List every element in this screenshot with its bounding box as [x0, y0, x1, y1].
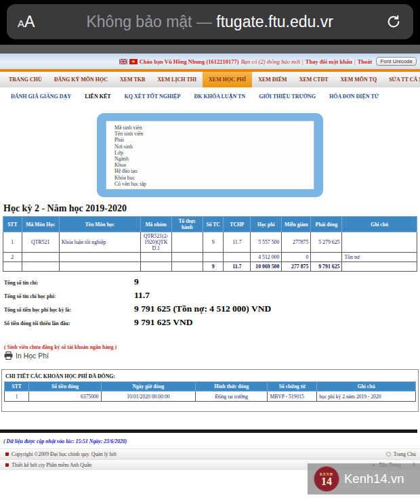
label-khoa: Khoa	[114, 162, 314, 168]
copyright-text: Copyright ©2009 Đại học chính quy. Quản …	[12, 451, 117, 457]
nav-xem-mon-tq[interactable]: XEM MÔN TQ	[335, 72, 383, 87]
home-icon	[386, 452, 391, 457]
summary-row: Tổng số tín chỉ học phí: 11.7	[4, 290, 420, 301]
col-mien-giam: Miễn giảm	[282, 217, 311, 232]
printer-icon	[4, 352, 13, 360]
summary-row: Tổng số tín chỉ: 9	[4, 276, 420, 287]
col-tchp: TCHP	[224, 217, 251, 232]
col-stt: STT	[5, 382, 29, 392]
kenh14-site-name: Kenh14.vn	[344, 471, 404, 486]
notification-link[interactable]: Bạn có (2) thông báo mới	[241, 58, 300, 65]
kenh14-logo-icon: KENH 14	[314, 466, 339, 492]
fee-summary: Tổng số tín chỉ: 9 Tổng số tín chỉ học p…	[4, 276, 420, 328]
designed-by-text: Thiết kế bởi cty Phần mềm Anh Quân	[12, 462, 91, 468]
uk-flag-icon[interactable]	[119, 59, 127, 64]
url-bar[interactable]: AA Không bảo mật — ftugate.ftu.edu.vr	[7, 4, 413, 39]
data-updated-note: ( Dữ liệu được cập nhật vào lúc: 15:51 N…	[3, 438, 420, 444]
col-so-chung-tu: Số chứng từ	[268, 382, 317, 392]
nav-xem-ctdt[interactable]: XEM CTĐT	[293, 72, 335, 87]
label-he-dao-tao: Hệ đào tạo	[114, 168, 314, 174]
paid-fees-section: CHI TIẾT CÁC KHOẢN HỌC PHÍ ĐÃ ĐÓNG: STT …	[1, 369, 419, 412]
col-so-tien-dong: Số tiền đóng	[29, 382, 101, 392]
print-tuition-link[interactable]: In Học Phí	[4, 352, 420, 360]
refresh-icon[interactable]	[385, 13, 402, 30]
label-ma-sinh-vien: Mã sinh viên	[114, 125, 314, 131]
bank-account-warning: ( Sinh viên chưa đăng ký số tài khoản ng…	[4, 344, 420, 350]
nav-xem-lich-thi[interactable]: XEM LỊCH THI	[151, 72, 203, 87]
label-nganh: Ngành	[114, 156, 314, 162]
print-label: In Học Phí	[16, 352, 49, 360]
student-info-card: Mã sinh viên Tên sinh viên Phái Nơi sinh…	[97, 113, 323, 197]
fee-total-row: 9 11.7 10 069 500 277 875 9 791 625	[3, 262, 417, 272]
secondary-nav: ĐÁNH GIÁ GIẢNG DẠY LIÊN KẾT KQ XÉT TỐT N…	[0, 87, 420, 105]
text-size-button[interactable]: AA	[18, 13, 35, 31]
font-unicode-button[interactable]: Font Unicode	[376, 57, 417, 66]
paid-fees-table: STT Số tiền đóng Ngày giờ đóng Hình thức…	[4, 381, 416, 402]
nav-gioi-thieu-truong[interactable]: GIỚI THIỆU TRƯỜNG	[252, 93, 322, 100]
nav-dk-khoa-luan-tn[interactable]: ĐK KHÓA LUẬN TN	[188, 93, 253, 100]
col-so-tc: Số TC	[203, 217, 224, 232]
nav-lien-ket[interactable]: LIÊN KẾT	[78, 93, 117, 100]
kenh14-watermark: KENH 14 Kenh14.vn	[308, 463, 420, 495]
logout-link[interactable]: Thoát	[358, 58, 373, 65]
col-ten-mon-hoc: Tên Môn học	[59, 217, 140, 232]
browser-chrome: AA Không bảo mật — ftugate.ftu.edu.vr	[0, 0, 420, 45]
bullet-icon	[5, 453, 9, 456]
fee-row: 2 4 512 000 0 Tồn nợ	[3, 253, 417, 262]
label-phai: Phái	[114, 137, 314, 143]
portal-header: ★ Chào bạn Vũ Hồng Nhung (1612210177) Bạ…	[0, 54, 420, 69]
svg-text:★: ★	[131, 59, 135, 64]
primary-nav: TRANG CHỦ ĐĂNG KÝ MÔN HỌC XEM TKB XEM LỊ…	[0, 72, 420, 87]
nav-xem-tkb[interactable]: XEM TKB	[114, 72, 151, 87]
paid-fees-title: CHI TIẾT CÁC KHOẢN HỌC PHÍ ĐÃ ĐÓNG:	[5, 373, 416, 379]
footer-bar-copyright: Copyright ©2009 Đại học chính quy. Quản …	[0, 448, 420, 459]
col-phai-dong: Phải đóng	[311, 217, 342, 232]
nav-sua-tt-ca-nhan[interactable]: SỬA TT CÁ NHÂN	[383, 72, 420, 87]
student-info-panel: Mã sinh viên Tên sinh viên Phái Nơi sinh…	[106, 121, 314, 190]
label-khoa-hoc: Khóa học	[114, 175, 314, 181]
nav-dang-ky-mon-hoc[interactable]: ĐĂNG KÝ MÔN HỌC	[48, 72, 114, 87]
nav-xem-hoc-phi[interactable]: XEM HỌC PHÍ	[203, 72, 252, 87]
col-ngay-gio-dong: Ngày giờ đóng	[101, 382, 196, 392]
screenshot-root: AA Không bảo mật — ftugate.ftu.edu.vr	[0, 0, 420, 504]
footer-divider	[0, 429, 417, 433]
fee-table-header-row: STT Mã Môn Học Tên Môn học Mã nhóm Tổ th…	[3, 217, 417, 232]
col-to-thuc-hanh: Tổ thực hành	[171, 217, 203, 232]
vn-flag-icon[interactable]: ★	[129, 59, 138, 64]
summary-row: Số tiền đóng tối thiểu lần đầu: 9 791 62…	[4, 317, 420, 328]
address-text: Không bảo mật — ftugate.ftu.edu.vr	[35, 13, 385, 31]
change-password-link[interactable]: Thay đổi mật khẩu	[306, 58, 352, 65]
fee-table: STT Mã Môn Học Tên Môn học Mã nhóm Tổ th…	[3, 216, 417, 272]
col-ghi-chu: Ghi chú	[342, 217, 417, 232]
nav-kq-xet-tot-nghiep[interactable]: KQ XÉT TỐT NGHIỆP	[118, 93, 188, 100]
label-co-van-hoc-tap: Cố vấn học tập	[114, 181, 314, 187]
nav-xem-diem[interactable]: XEM ĐIỂM	[252, 72, 293, 87]
paid-row: 1 6375000 10/01/2020 00:00:00 Đóng tại t…	[5, 392, 416, 402]
bullet-icon	[5, 463, 9, 467]
col-ma-nhom: Mã nhóm	[140, 217, 171, 232]
greeting-text: Chào bạn Vũ Hồng Nhung (1612210177)	[140, 58, 239, 65]
col-ma-mon-hoc: Mã Môn Học	[22, 217, 59, 232]
col-stt: STT	[3, 217, 22, 232]
home-link[interactable]: Trang Chủ	[394, 451, 416, 457]
nav-trang-chu[interactable]: TRANG CHỦ	[3, 72, 48, 87]
paid-header-row: STT Số tiền đóng Ngày giờ đóng Hình thức…	[5, 382, 416, 392]
nav-danh-gia-giang-day[interactable]: ĐÁNH GIÁ GIẢNG DẠY	[4, 93, 78, 100]
label-lop: Lớp	[114, 150, 314, 156]
label-ten-sinh-vien: Tên sinh viên	[114, 131, 314, 137]
col-hoc-phi: Học phí	[251, 217, 282, 232]
summary-row: Tổng số tiền học phí học kỳ là: 9 791 62…	[4, 303, 420, 314]
col-ghi-chu: Ghi chú	[317, 382, 416, 392]
fee-row: 1 QTR521 Khóa luận tốt nghiệp QTR521(2-1…	[3, 232, 417, 253]
label-noi-sinh: Nơi sinh	[114, 144, 314, 150]
semester-title: Học kỳ 2 - Năm học 2019-2020	[3, 203, 420, 214]
nav-hoa-don-dien-tu[interactable]: HÓA ĐƠN ĐIỆN TỬ	[322, 93, 385, 100]
col-hinh-thuc-dong: Hình thức đóng	[196, 382, 268, 392]
browser-toolbar-strip	[0, 45, 420, 54]
